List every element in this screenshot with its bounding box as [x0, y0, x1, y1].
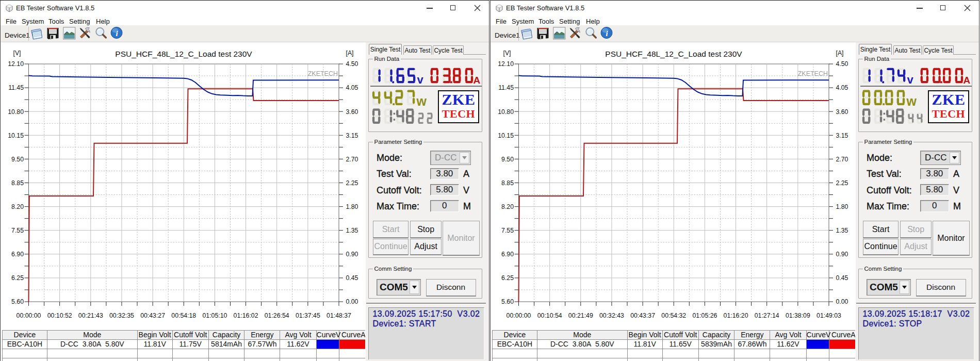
- svg-text:00:54:18: 00:54:18: [171, 312, 196, 319]
- svg-text:0.00: 0.00: [836, 298, 848, 305]
- svg-text:A: A: [963, 75, 971, 86]
- svg-text:00:00:00: 00:00:00: [17, 312, 41, 319]
- svg-text:1.35: 1.35: [836, 227, 848, 234]
- svg-text:ZKETECH: ZKETECH: [798, 70, 828, 77]
- svg-text:01:16:20: 01:16:20: [724, 312, 748, 319]
- svg-text:01:37:45: 01:37:45: [296, 312, 320, 319]
- svg-text:v: v: [907, 73, 914, 86]
- svg-text:4.05: 4.05: [346, 84, 358, 91]
- svg-text:ZKETECH: ZKETECH: [308, 70, 338, 77]
- svg-text:10.15: 10.15: [498, 132, 514, 139]
- svg-text:8.85: 8.85: [11, 179, 24, 187]
- svg-text:10.80: 10.80: [498, 108, 514, 116]
- svg-text:6.25: 6.25: [11, 274, 24, 282]
- svg-text:5.60: 5.60: [501, 298, 514, 305]
- svg-text:v: v: [417, 73, 424, 86]
- svg-text:01:05:10: 01:05:10: [202, 312, 227, 319]
- svg-text:01:38:09: 01:38:09: [786, 312, 810, 319]
- svg-text:4.50: 4.50: [346, 60, 358, 68]
- svg-text:3.15: 3.15: [836, 132, 848, 139]
- svg-text:1.80: 1.80: [836, 203, 848, 210]
- svg-text:01:48:37: 01:48:37: [326, 312, 351, 319]
- svg-text:01:26:54: 01:26:54: [265, 312, 289, 319]
- svg-text:w: w: [416, 94, 427, 108]
- svg-text:2.25: 2.25: [836, 179, 848, 187]
- svg-text:1.35: 1.35: [346, 227, 358, 234]
- svg-text:0.90: 0.90: [836, 251, 848, 258]
- svg-text:12.10: 12.10: [498, 60, 514, 68]
- svg-text:PSU_HCF_48L_12_C_Load test 230: PSU_HCF_48L_12_C_Load test 230V: [115, 50, 252, 58]
- svg-text:[A]: [A]: [346, 50, 353, 57]
- svg-text:2.70: 2.70: [346, 156, 358, 163]
- svg-text:0.45: 0.45: [346, 274, 358, 282]
- svg-text:00:54:32: 00:54:32: [661, 312, 686, 319]
- svg-text:11.45: 11.45: [8, 84, 24, 91]
- svg-text:3.60: 3.60: [346, 108, 358, 116]
- svg-text:0.00: 0.00: [346, 298, 358, 305]
- svg-text:01:16:02: 01:16:02: [234, 312, 258, 319]
- svg-text:00:43:37: 00:43:37: [630, 312, 655, 319]
- svg-text:00:32:43: 00:32:43: [599, 312, 624, 319]
- svg-text:00:43:27: 00:43:27: [140, 312, 165, 319]
- svg-text:7.55: 7.55: [11, 227, 24, 234]
- svg-text:11.45: 11.45: [498, 84, 514, 91]
- svg-text:01:27:14: 01:27:14: [755, 312, 779, 319]
- svg-text:00:32:35: 00:32:35: [109, 312, 134, 319]
- svg-text:00:21:49: 00:21:49: [568, 312, 593, 319]
- svg-text:7.55: 7.55: [501, 227, 514, 234]
- svg-text:4.05: 4.05: [836, 84, 848, 91]
- svg-text:12.10: 12.10: [8, 60, 24, 68]
- svg-text:00:21:43: 00:21:43: [78, 312, 103, 319]
- svg-text:6.90: 6.90: [501, 251, 514, 258]
- svg-text:PSU_HCF_48L_12_C_Load test 230: PSU_HCF_48L_12_C_Load test 230V: [605, 50, 742, 58]
- svg-text:A: A: [473, 75, 481, 86]
- svg-text:00:00:00: 00:00:00: [507, 312, 531, 319]
- svg-text:0.45: 0.45: [836, 274, 848, 282]
- svg-text:[V]: [V]: [13, 50, 21, 57]
- svg-text:8.20: 8.20: [501, 203, 514, 210]
- svg-text:4.50: 4.50: [836, 60, 848, 68]
- svg-text:5.60: 5.60: [11, 298, 24, 305]
- svg-text:[V]: [V]: [503, 50, 511, 57]
- svg-text:8.20: 8.20: [11, 203, 24, 210]
- svg-text:6.90: 6.90: [11, 251, 24, 258]
- svg-text:3.60: 3.60: [836, 108, 848, 116]
- svg-text:01:49:03: 01:49:03: [816, 312, 841, 319]
- svg-text:0.90: 0.90: [346, 251, 358, 258]
- svg-text:1.80: 1.80: [346, 203, 358, 210]
- svg-text:9.50: 9.50: [11, 156, 24, 163]
- svg-text:10.80: 10.80: [8, 108, 24, 116]
- svg-text:[A]: [A]: [836, 50, 843, 57]
- svg-text:3.15: 3.15: [346, 132, 358, 139]
- svg-text:6.25: 6.25: [501, 274, 514, 282]
- svg-text:10.15: 10.15: [8, 132, 24, 139]
- svg-text:00:10:52: 00:10:52: [47, 312, 72, 319]
- svg-text:9.50: 9.50: [501, 156, 514, 163]
- svg-text:2.25: 2.25: [346, 179, 358, 187]
- svg-text:2.70: 2.70: [836, 156, 848, 163]
- svg-text:8.85: 8.85: [501, 179, 514, 187]
- svg-text:w: w: [906, 94, 917, 108]
- svg-text:00:10:54: 00:10:54: [537, 312, 562, 319]
- svg-text:01:05:26: 01:05:26: [692, 312, 717, 319]
